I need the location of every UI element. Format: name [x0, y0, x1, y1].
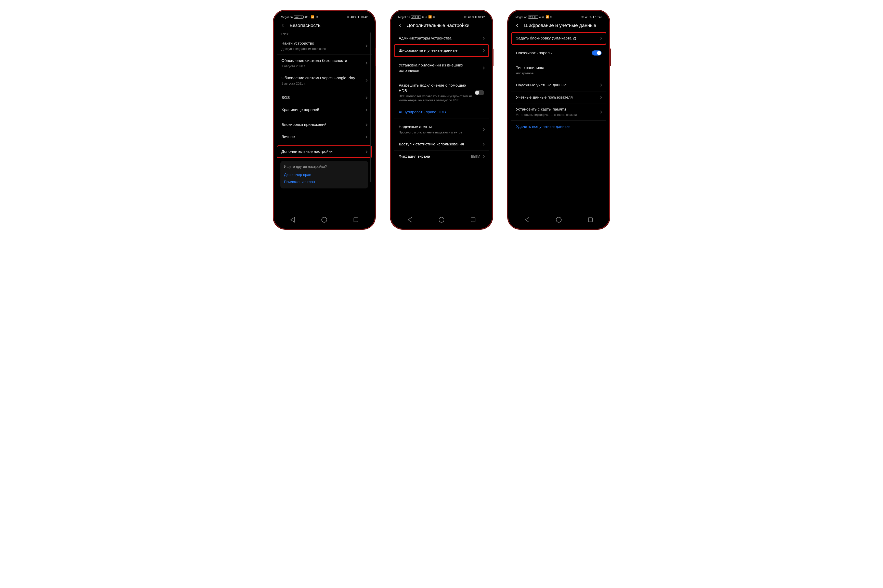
row-clear-creds[interactable]: Удалить все учетные данные	[511, 121, 606, 133]
screen-2: MegaFon VoLTE 4G+ 📶 ⊚ 👁 48 % ▮ 18:42 Доп…	[394, 14, 489, 226]
row-hdb[interactable]: Разрешить подключение с помощью HDB HDB …	[394, 80, 489, 106]
header: Дополнительные настройки	[394, 20, 489, 32]
row-user-creds[interactable]: Учетные данные пользователя	[511, 92, 606, 104]
chevron-right-icon	[599, 96, 602, 99]
link-app-clone[interactable]: Приложение-клон	[284, 178, 364, 185]
row-label: Учетные данные пользователя	[516, 95, 600, 100]
row-label: Обновление системы безопасности	[281, 58, 365, 63]
row-label: Шифрование и учетные данные	[399, 48, 482, 53]
card-title: Ищете другие настройки?	[284, 165, 364, 169]
battery-icon: ▮	[475, 15, 477, 19]
row-sub: 1 августа 2021 г.	[281, 81, 365, 86]
row-sub: HDB позволяет управлять Вашим устройство…	[399, 94, 475, 103]
nav-back-button[interactable]	[524, 216, 531, 223]
row-encryption[interactable]: Шифрование и учетные данные	[394, 45, 489, 57]
nav-recents-button[interactable]	[470, 216, 477, 223]
alarm-icon: 👁	[581, 15, 584, 19]
nav-bar	[394, 213, 489, 226]
row-label: Аннулировать права HDB	[399, 110, 484, 115]
nav-home-button[interactable]	[438, 216, 445, 223]
row-label: Хранилище паролей	[281, 107, 365, 112]
row-gplay-update[interactable]: Обновление системы через Google Play 1 а…	[277, 72, 372, 89]
row-sub: Доступ к геоданным отключен	[281, 47, 365, 51]
row-label: Доступ к статистике использования	[399, 142, 482, 147]
battery-icon: ▮	[593, 15, 594, 19]
battery-pct: 48 %	[468, 15, 474, 19]
nav-home-button[interactable]	[321, 216, 328, 223]
phone-frame-1: MegaFon VoLTE 4G+ 📶 ⊚ 👁 48 % ▮ 18:42 Без…	[273, 10, 375, 229]
scrollbar[interactable]	[370, 32, 371, 182]
row-sos[interactable]: SOS	[277, 92, 372, 104]
content-2: Администраторы устройства Шифрование и у…	[394, 32, 489, 213]
nav-recents-button[interactable]	[352, 216, 359, 223]
chevron-right-icon	[364, 45, 367, 47]
signal-icon: 📶	[311, 15, 314, 19]
row-more-settings[interactable]: Дополнительные настройки	[277, 146, 372, 158]
row-show-password[interactable]: Показывать пароль	[511, 47, 606, 59]
back-button[interactable]	[398, 23, 403, 28]
row-label: Показывать пароль	[516, 50, 592, 56]
row-install-external[interactable]: Установка приложений из внешних источник…	[394, 59, 489, 77]
alarm-icon: 👁	[347, 15, 349, 19]
signal-icon: 📶	[546, 15, 549, 19]
row-trusted-agents[interactable]: Надежные агенты Просмотр и отключение на…	[394, 121, 489, 138]
network-icon: 4G+	[422, 15, 427, 19]
row-hdb-revoke[interactable]: Аннулировать права HDB	[394, 106, 489, 118]
row-label: Удалить все учетные данные	[516, 124, 602, 129]
volte-icon: VoLTE	[294, 15, 303, 19]
row-label: Установка приложений из внешних источник…	[399, 63, 482, 74]
content-3: Задать блокировку (SIM-карта 2) Показыва…	[511, 32, 606, 213]
chevron-right-icon	[599, 37, 602, 40]
row-storage-type: Тип хранилища Аппаратное	[511, 62, 606, 79]
chevron-right-icon	[364, 62, 367, 64]
row-usage-access[interactable]: Доступ к статистике использования	[394, 138, 489, 150]
row-trusted-creds[interactable]: Надежные учетные данные	[511, 79, 606, 92]
nav-home-button[interactable]	[555, 216, 562, 223]
phone-frame-3: MegaFon VoLTE 4G+ 📶 ⊚ 👁 48 % ▮ 18:42 Шиф…	[508, 10, 610, 229]
row-sub: Аппаратное	[516, 71, 602, 76]
battery-pct: 48 %	[350, 15, 357, 19]
row-label: Разрешить подключение с помощью HDB	[399, 83, 475, 93]
nav-back-button[interactable]	[289, 216, 296, 223]
row-find-device[interactable]: Найти устройство Доступ к геоданным откл…	[277, 38, 372, 55]
row-label: Администраторы устройства	[399, 36, 482, 41]
nav-back-button[interactable]	[406, 216, 413, 223]
carrier-label: MegaFon	[281, 15, 293, 19]
row-private[interactable]: Личное	[277, 131, 372, 143]
row-label: SOS	[281, 95, 365, 100]
row-password-store[interactable]: Хранилище паролей	[277, 104, 372, 116]
row-screen-pinning[interactable]: Фиксация экрана ВЫКЛ	[394, 150, 489, 162]
battery-pct: 48 %	[585, 15, 591, 19]
back-button[interactable]	[280, 23, 286, 28]
clock: 18:42	[595, 15, 602, 19]
chevron-right-icon	[482, 128, 484, 131]
chevron-right-icon	[482, 143, 484, 146]
chevron-right-icon	[364, 135, 367, 138]
row-app-lock[interactable]: Блокировка приложений	[277, 118, 372, 131]
volte-icon: VoLTE	[411, 15, 421, 19]
row-device-admins[interactable]: Администраторы устройства	[394, 32, 489, 45]
volte-icon: VoLTE	[528, 15, 538, 19]
chevron-right-icon	[599, 111, 602, 113]
show-password-toggle[interactable]	[592, 50, 602, 56]
chevron-right-icon	[482, 37, 484, 40]
row-label: Надежные агенты	[399, 124, 482, 130]
row-sim-lock[interactable]: Задать блокировку (SIM-карта 2)	[511, 32, 606, 45]
header: Шифрование и учетные данные	[511, 20, 606, 32]
row-sub: Просмотр и отключение надежных агентов	[399, 130, 482, 135]
row-label: Задать блокировку (SIM-карта 2)	[516, 36, 600, 41]
alarm-icon: 👁	[464, 15, 467, 19]
back-button[interactable]	[515, 23, 520, 28]
clock: 18:42	[360, 15, 368, 19]
hdb-toggle[interactable]	[475, 90, 484, 95]
row-install-sd[interactable]: Установить с карты памяти Установить сер…	[511, 104, 606, 121]
hotspot-icon: ⊚	[433, 15, 435, 19]
row-security-update[interactable]: Обновление системы безопасности 1 август…	[277, 55, 372, 72]
row-label: Фиксация экрана	[399, 154, 471, 159]
link-permission-manager[interactable]: Диспетчер прав	[284, 171, 364, 178]
page-title: Дополнительные настройки	[407, 22, 469, 28]
nav-recents-button[interactable]	[587, 216, 594, 223]
chevron-right-icon	[364, 96, 367, 99]
screen-3: MegaFon VoLTE 4G+ 📶 ⊚ 👁 48 % ▮ 18:42 Шиф…	[511, 14, 606, 226]
network-icon: 4G+	[539, 15, 545, 19]
